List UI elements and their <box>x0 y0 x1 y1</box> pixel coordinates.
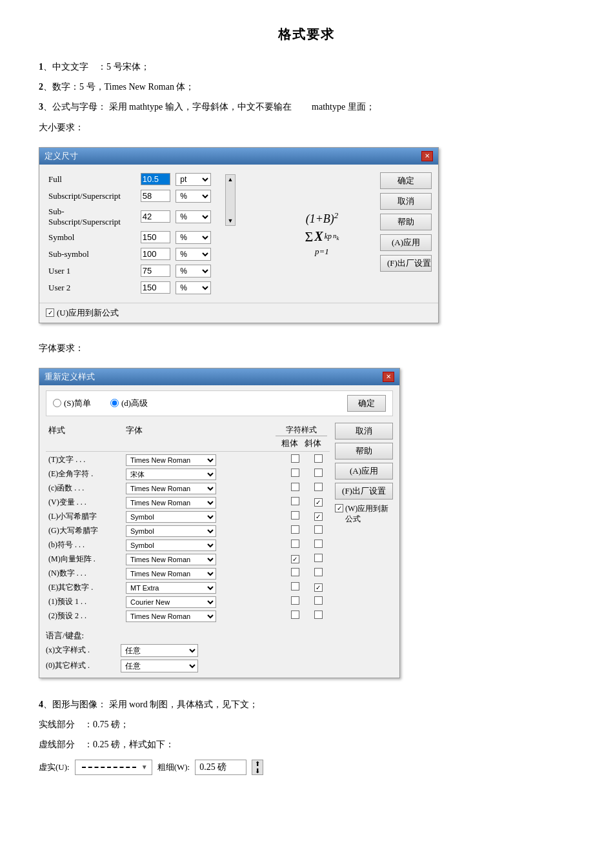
define-apply-button[interactable]: (A)应用 <box>380 234 432 251</box>
italic-checkbox[interactable] <box>314 469 323 477</box>
page-title: 格式要求 <box>39 26 574 43</box>
define-size-close-button[interactable]: ✕ <box>421 151 433 161</box>
radio-advanced[interactable]: (d)高级 <box>110 398 148 409</box>
size-table-row: User 1% <box>46 263 219 279</box>
size-unit-select[interactable]: % <box>176 231 211 244</box>
bold-checkbox[interactable] <box>291 596 299 605</box>
size-unit-select[interactable]: % <box>176 210 211 223</box>
size-value-input[interactable] <box>141 190 170 202</box>
font-label: 字体要求： <box>39 340 574 356</box>
italic-checkbox[interactable] <box>314 454 323 463</box>
size-row-name: Subscript/Superscript <box>46 188 138 205</box>
italic-checkbox[interactable] <box>314 596 323 605</box>
font-select[interactable]: Symbol <box>126 511 216 523</box>
font-select[interactable]: 宋体 <box>126 469 216 480</box>
size-table-row: Subscript/Superscript% <box>46 188 219 205</box>
redefine-titlebar: 重新定义样式 ✕ <box>39 368 399 385</box>
font-select[interactable]: Times New Roman <box>126 497 216 509</box>
redefine-apply-new-checkbox[interactable] <box>335 504 343 512</box>
bold-checkbox[interactable] <box>291 511 299 520</box>
redefine-ok-button[interactable]: 确定 <box>347 395 386 412</box>
size-value-input[interactable] <box>141 210 170 223</box>
redefine-apply-button[interactable]: (A)应用 <box>335 463 393 479</box>
redefine-style-name: (T)文字 . . . <box>46 453 123 467</box>
lang-select[interactable]: 任意 <box>121 644 198 657</box>
radio-simple[interactable]: (S)简单 <box>53 398 91 409</box>
italic-checkbox[interactable] <box>314 483 323 491</box>
bottom-section: 4、图形与图像： 采用 word 制图，具体格式，见下文； 实线部分 ：0.75… <box>39 696 574 775</box>
bold-checkbox[interactable] <box>291 497 299 505</box>
redefine-table-row: (2)预设 2 . .Times New Roman <box>46 609 330 623</box>
redefine-table-row: (L)小写希腊字Symbol <box>46 510 330 524</box>
font-select[interactable]: Times New Roman <box>126 454 216 466</box>
italic-checkbox[interactable] <box>314 583 323 592</box>
define-help-button[interactable]: 帮助 <box>380 214 432 230</box>
size-value-input[interactable] <box>141 265 170 277</box>
intro-line2: 2、数字：5 号，Times New Roman 体； <box>39 79 574 95</box>
redefine-close-button[interactable]: ✕ <box>383 372 394 382</box>
font-select[interactable]: Times New Roman <box>126 554 216 565</box>
redefine-table-row: (T)文字 . . .Times New Roman <box>46 453 330 467</box>
size-value-input[interactable] <box>141 231 170 243</box>
apply-new-formula-checkbox[interactable] <box>46 308 54 317</box>
redefine-factory-button[interactable]: (F)出厂设置 <box>335 483 393 500</box>
font-select[interactable]: Symbol <box>126 525 216 537</box>
define-factory-button[interactable]: (F)出厂设置 <box>380 255 432 272</box>
redefine-style-name: (N)数字 . . . <box>46 567 123 581</box>
size-row-name: Full <box>46 171 138 188</box>
size-value-input[interactable] <box>141 173 170 185</box>
lang-select[interactable]: 任意 <box>121 660 198 672</box>
size-value-input[interactable] <box>141 281 170 294</box>
redefine-main: 样式 字体 字符样式 粗体 斜体 (T)文字 . . .Times New Ro… <box>46 423 393 672</box>
italic-checkbox[interactable] <box>314 540 323 548</box>
bold-checkbox[interactable] <box>291 454 299 463</box>
bold-checkbox[interactable] <box>291 525 299 534</box>
bold-checkbox[interactable] <box>291 483 299 491</box>
redefine-table-row: (1)预设 1 . .Courier New <box>46 595 330 609</box>
size-scrollbar[interactable]: ▲ ▼ <box>225 174 236 226</box>
define-cancel-button[interactable]: 取消 <box>380 193 432 210</box>
bold-checkbox[interactable] <box>291 469 299 477</box>
define-size-body: FullptSubscript/Superscript%Sub- Subscri… <box>39 165 438 303</box>
font-select[interactable]: Courier New <box>126 596 216 608</box>
redefine-style-name: (b)符号 . . . <box>46 538 123 552</box>
line-style-select[interactable]: ▼ <box>75 760 152 775</box>
italic-checkbox[interactable] <box>314 498 323 507</box>
redefine-cancel-button[interactable]: 取消 <box>335 423 393 439</box>
size-unit-select[interactable]: pt <box>176 173 211 186</box>
size-table-row: Sub- Subscript/Superscript% <box>46 205 219 229</box>
size-unit-select[interactable]: % <box>176 281 211 294</box>
size-unit-select[interactable]: % <box>176 265 211 278</box>
weight-spinner[interactable]: ⬆⬇ <box>252 760 263 775</box>
italic-checkbox[interactable] <box>314 568 323 576</box>
define-size-buttons: 确定 取消 帮助 (A)应用 (F)出厂设置 <box>380 171 432 296</box>
define-size-dialog: 定义尺寸 ✕ FullptSubscript/Superscript%Sub- … <box>39 147 439 323</box>
bold-checkbox[interactable] <box>291 582 299 590</box>
bold-checkbox[interactable] <box>291 611 299 619</box>
font-select[interactable]: Times New Roman <box>126 568 216 580</box>
font-select[interactable]: MT Extra <box>126 582 216 594</box>
radio-advanced-label: (d)高级 <box>121 398 148 409</box>
font-select[interactable]: Times New Roman <box>126 483 216 494</box>
define-size-bottom: (U)应用到新公式 <box>39 303 438 323</box>
radio-row: (S)简单 (d)高级 确定 <box>46 390 393 416</box>
size-table-row: Fullpt <box>46 171 219 188</box>
intro-line3: 3、公式与字母： 采用 mathtype 输入，字母斜体，中文不要输在 math… <box>39 99 574 115</box>
italic-checkbox[interactable] <box>314 554 323 562</box>
bold-checkbox[interactable] <box>291 555 299 563</box>
font-select[interactable]: Times New Roman <box>126 611 216 622</box>
size-unit-select[interactable]: % <box>176 190 211 203</box>
italic-checkbox[interactable] <box>314 525 323 534</box>
bold-checkbox[interactable] <box>291 568 299 576</box>
size-unit-select[interactable]: % <box>176 248 211 261</box>
redefine-title: 重新定义样式 <box>45 371 95 383</box>
redefine-help-button[interactable]: 帮助 <box>335 443 393 459</box>
bold-checkbox[interactable] <box>291 540 299 548</box>
define-size-title: 定义尺寸 <box>45 150 78 162</box>
size-table: FullptSubscript/Superscript%Sub- Subscri… <box>46 171 219 296</box>
size-value-input[interactable] <box>141 248 170 260</box>
font-select[interactable]: Symbol <box>126 540 216 551</box>
italic-checkbox[interactable] <box>314 512 323 521</box>
define-ok-button[interactable]: 确定 <box>380 172 432 189</box>
italic-checkbox[interactable] <box>314 611 323 619</box>
